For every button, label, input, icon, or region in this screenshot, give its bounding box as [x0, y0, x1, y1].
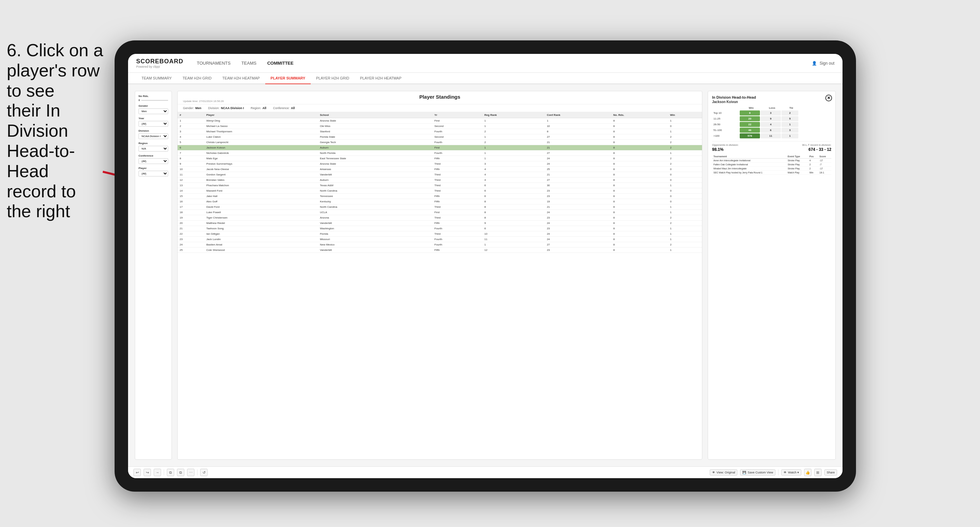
- share-btn[interactable]: Share: [824, 470, 837, 475]
- table-row[interactable]: 2 Michael La Sasso Ole Miss Second 1 10 …: [178, 124, 702, 129]
- copy-btn[interactable]: ⧉: [167, 469, 174, 476]
- wl-value: 674 - 33 - 12: [808, 147, 831, 152]
- tournament-table: Tournament Event Type Pos Score Amer Am …: [712, 155, 831, 175]
- table-row[interactable]: 12 Brendan Valles Auburn Third 4 27 8 0: [178, 178, 702, 183]
- refresh-btn[interactable]: ↺: [200, 469, 208, 476]
- col-score: Score: [818, 155, 831, 159]
- table-row[interactable]: 10 Jacob New-Oleese Arkansas Fifth 4 25 …: [178, 167, 702, 172]
- division-select[interactable]: NCAA Division I: [138, 133, 168, 139]
- no-rds-label: No Rds.: [138, 95, 168, 98]
- table-row[interactable]: 17 David Ford North Carolina Third 8 21 …: [178, 205, 702, 210]
- table-row[interactable]: 3 Michael Thorbjornsen Stanford Fourth 2…: [178, 129, 702, 134]
- table-row[interactable]: 13 Phachara Matchon Texas A&M Third 6 30…: [178, 183, 702, 188]
- sign-out-btn[interactable]: 👤 Sign out: [812, 61, 834, 66]
- col-yr: Yr: [433, 112, 482, 118]
- standings-filter-row: Gender: Men Division: NCAA Division I Re…: [178, 105, 702, 112]
- gender-select[interactable]: Men: [138, 108, 168, 114]
- bottom-toolbar: ↩ ↪ → ⧉ ⧉ ⋯ ↺ 👁 View: Original 💾 Save Cu…: [128, 467, 843, 478]
- watch-btn[interactable]: 👁 Watch ▾: [781, 470, 802, 475]
- tournament-row[interactable]: Fallen Oak Collegiate Invitational Strok…: [712, 163, 831, 167]
- toolbar-right: 👁 View: Original 💾 Save Custom View 👁 Wa…: [710, 469, 837, 476]
- panel-title: Player Standings: [183, 94, 697, 100]
- conference-select[interactable]: (All): [138, 158, 168, 164]
- logo-text: SCOREBOARD: [136, 58, 183, 65]
- table-row[interactable]: 6 Jackson Koivun Auburn First 1 21 8 2: [178, 145, 702, 151]
- wl-label: W-L-T record in-division:: [802, 143, 831, 146]
- player-filter-label: Player: [138, 167, 168, 170]
- more-btn[interactable]: ⋯: [187, 469, 194, 476]
- sub-nav: TEAM SUMMARY TEAM H2H GRID TEAM H2H HEAT…: [128, 73, 843, 84]
- player-select[interactable]: (All): [138, 171, 168, 176]
- opponents-row: Opponents in division: W-L-T record in-d…: [712, 141, 831, 146]
- col-pos: Pos: [808, 155, 818, 159]
- table-row[interactable]: 18 Luke Powell UCLA First 8 24 8 1: [178, 210, 702, 215]
- forward-btn[interactable]: →: [154, 469, 161, 476]
- save-custom-btn[interactable]: 💾 Save Custom View: [740, 470, 775, 475]
- table-row[interactable]: 24 Bastien Amat New Mexico Fourth 1 27 8…: [178, 242, 702, 248]
- tournament-row[interactable]: SEC Match Play hosted by Jerry Pata Roun…: [712, 171, 831, 175]
- region-select[interactable]: N/A: [138, 146, 168, 152]
- h2h-table-header: Win Loss Tie: [712, 106, 831, 110]
- thumbs-btn[interactable]: 👍: [804, 469, 811, 476]
- nav-committee[interactable]: COMMITTEE: [267, 59, 294, 67]
- h2h-close-btn[interactable]: ✕: [825, 95, 832, 102]
- slider-bar[interactable]: [141, 100, 168, 101]
- update-time: Update time: 27/01/2024 16:56:26: [183, 100, 697, 103]
- tab-player-h2h-grid[interactable]: PLAYER H2H GRID: [311, 73, 355, 84]
- table-row[interactable]: 7 Nicholas Gabrelcik North Florida Fourt…: [178, 151, 702, 156]
- table-row[interactable]: 20 Matthew Riedel Vanderbilt Fifth 9 24 …: [178, 221, 702, 226]
- paste-btn[interactable]: ⧉: [177, 469, 185, 476]
- table-row[interactable]: 5 Christo Lamprecht Georgia Tech Fourth …: [178, 140, 702, 145]
- year-select[interactable]: (All): [138, 121, 168, 127]
- gender-filter-label: Gender: [138, 105, 168, 108]
- tournament-row[interactable]: Amer Am Intercollegiate Invitational Str…: [712, 159, 831, 163]
- table-row[interactable]: 19 Tiger Christensen Arizona Third 8 23 …: [178, 215, 702, 221]
- conference-filter-display: Conference: All: [273, 106, 295, 110]
- undo-btn[interactable]: ↩: [134, 469, 141, 476]
- table-row[interactable]: 21 Taehoon Song Washington Fourth 6 23 8…: [178, 226, 702, 231]
- table-row[interactable]: 4 Luke Claton Florida State Second 1 27 …: [178, 134, 702, 140]
- instruction-text: 6. Click on a player's row to see their …: [0, 40, 105, 222]
- tournament-header: Tournament Event Type Pos Score: [712, 155, 831, 159]
- nav-teams[interactable]: TEAMS: [241, 59, 256, 67]
- conference-filter-label: Conference: [138, 154, 168, 157]
- table-row[interactable]: 22 Ian Gilligan Florida Third 10 24 8 1: [178, 231, 702, 237]
- redo-btn[interactable]: ↪: [143, 469, 151, 476]
- eye-icon: 👁: [784, 471, 787, 474]
- tab-team-summary[interactable]: TEAM SUMMARY: [136, 73, 177, 84]
- table-row[interactable]: 1 Wenyi Ding Arizona State First 1 1 8 1: [178, 118, 702, 124]
- grid-btn[interactable]: ⊞: [814, 469, 822, 476]
- h2h-panel: ✕ In Division Head-to-Head Jackson Koivu…: [708, 91, 836, 460]
- col-reg-rank: Reg Rank: [482, 112, 545, 118]
- col-num: #: [178, 112, 204, 118]
- col-school: School: [318, 112, 433, 118]
- table-row[interactable]: 25 Cole Sherwood Vanderbilt Fifth 12 23 …: [178, 248, 702, 253]
- filters-panel: No Rds. 6 Gender Men Year (All) Division…: [135, 91, 172, 460]
- col-conf-rank: Conf Rank: [545, 112, 611, 118]
- table-row[interactable]: 23 Jack Lundin Missouri Fourth 11 24 8 1: [178, 237, 702, 242]
- table-row[interactable]: 8 Mats Ege East Tennessee State Fifth 1 …: [178, 156, 702, 161]
- no-rds-slider: 6: [138, 98, 168, 102]
- table-row[interactable]: 16 Alex Goff Kentucky Fifth 8 19 8 0: [178, 199, 702, 205]
- view-original-btn[interactable]: 👁 View: Original: [710, 470, 737, 475]
- center-panel: Player Standings Update time: 27/01/2024…: [177, 91, 702, 460]
- tablet-screen: SCOREBOARD Powered by clippi TOURNAMENTS…: [128, 54, 843, 478]
- table-row[interactable]: 15 Jake Hall Tennessee Fifth 6 23 8 0: [178, 194, 702, 199]
- logo-area: SCOREBOARD Powered by clippi: [136, 58, 183, 68]
- division-filter-display: Division: NCAA Division I: [208, 106, 244, 110]
- save-icon: 💾: [742, 471, 746, 474]
- h2h-player-name: Jackson Koivun: [712, 100, 831, 104]
- tournament-row[interactable]: Mirabel Maui Jim Intercollegiate Stroke …: [712, 167, 831, 171]
- tab-team-h2h-heatmap[interactable]: TEAM H2H HEATMAP: [217, 73, 265, 84]
- tab-player-h2h-heatmap[interactable]: PLAYER H2H HEATMAP: [355, 73, 407, 84]
- tab-player-summary[interactable]: PLAYER SUMMARY: [265, 73, 311, 84]
- person-icon: 👤: [812, 61, 817, 66]
- col-no-rds: No. Rds.: [611, 112, 668, 118]
- table-row[interactable]: 14 Maxwell Ford North Carolina Third 6 2…: [178, 188, 702, 194]
- table-row[interactable]: 9 Preston Summerhays Arizona State Third…: [178, 161, 702, 167]
- tab-team-h2h-grid[interactable]: TEAM H2H GRID: [177, 73, 217, 84]
- nav-links: TOURNAMENTS TEAMS COMMITTEE: [197, 59, 812, 67]
- table-row[interactable]: 11 Gordon Sargent Vanderbilt Third 4 21 …: [178, 172, 702, 178]
- nav-tournaments[interactable]: TOURNAMENTS: [197, 59, 231, 67]
- separator-2: [197, 470, 197, 475]
